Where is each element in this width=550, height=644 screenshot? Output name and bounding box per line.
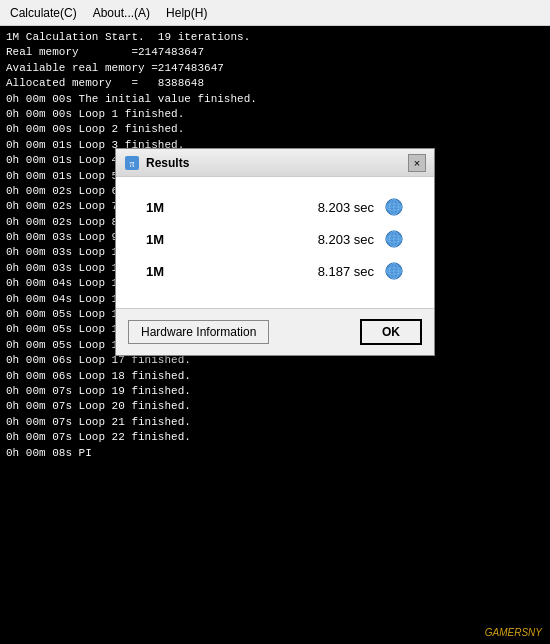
terminal-line-1: Real memory =2147483647: [6, 45, 544, 60]
dialog-titlebar: π Results ×: [116, 149, 434, 177]
menu-help[interactable]: Help(H): [162, 4, 211, 22]
svg-point-19: [386, 265, 402, 277]
result-row-1: 1M 8.203 sec: [146, 229, 404, 249]
terminal-line-4: 0h 00m 00s The initial value finished.: [6, 92, 544, 107]
globe-icon-1: [384, 229, 404, 249]
globe-icon-2: [384, 261, 404, 281]
result-time-0: 8.203 sec: [186, 200, 374, 215]
terminal-line-26: 0h 00m 07s Loop 22 finished.: [6, 430, 544, 445]
terminal-line-6: 0h 00m 00s Loop 2 finished.: [6, 122, 544, 137]
terminal-line-25: 0h 00m 07s Loop 21 finished.: [6, 415, 544, 430]
pi-icon: π: [125, 156, 139, 170]
terminal-line-27: 0h 00m 08s PI: [6, 446, 544, 461]
result-row-0: 1M 8.203 sec: [146, 197, 404, 217]
result-size-0: 1M: [146, 200, 186, 215]
terminal-line-23: 0h 00m 07s Loop 19 finished.: [6, 384, 544, 399]
watermark: GAMERSNY: [485, 627, 542, 638]
result-time-2: 8.187 sec: [186, 264, 374, 279]
result-time-1: 8.203 sec: [186, 232, 374, 247]
dialog-title-icon: π: [124, 155, 140, 171]
menu-calculate[interactable]: Calculate(C): [6, 4, 81, 22]
terminal-line-5: 0h 00m 00s Loop 1 finished.: [6, 107, 544, 122]
svg-text:π: π: [129, 158, 134, 169]
hardware-information-button[interactable]: Hardware Information: [128, 320, 269, 344]
svg-point-7: [386, 201, 402, 213]
dialog-footer: Hardware Information OK: [116, 308, 434, 355]
dialog-title-text: Results: [146, 156, 408, 170]
terminal-line-2: Available real memory =2147483647: [6, 61, 544, 76]
results-dialog: π Results × 1M 8.203 sec: [115, 148, 435, 356]
terminal-line-0: 1M Calculation Start. 19 iterations.: [6, 30, 544, 45]
result-row-2: 1M 8.187 sec: [146, 261, 404, 281]
svg-point-13: [386, 233, 402, 245]
ok-button[interactable]: OK: [360, 319, 422, 345]
menu-bar: Calculate(C) About...(A) Help(H): [0, 0, 550, 26]
globe-icon-0: [384, 197, 404, 217]
menu-about[interactable]: About...(A): [89, 4, 154, 22]
result-size-1: 1M: [146, 232, 186, 247]
dialog-close-button[interactable]: ×: [408, 154, 426, 172]
app-window: Calculate(C) About...(A) Help(H) 1M Calc…: [0, 0, 550, 644]
terminal-line-3: Allocated memory = 8388648: [6, 76, 544, 91]
terminal-line-22: 0h 00m 06s Loop 18 finished.: [6, 369, 544, 384]
result-size-2: 1M: [146, 264, 186, 279]
dialog-body: 1M 8.203 sec 1: [116, 177, 434, 308]
terminal-line-24: 0h 00m 07s Loop 20 finished.: [6, 399, 544, 414]
